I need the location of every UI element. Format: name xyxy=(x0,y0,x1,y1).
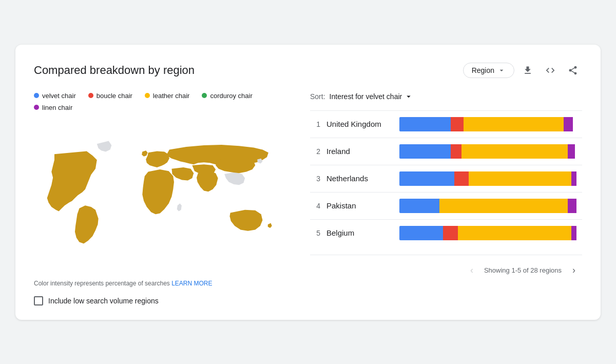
greenland-path xyxy=(97,141,112,151)
region-name: United Kingdom xyxy=(326,120,393,128)
low-volume-checkbox[interactable] xyxy=(34,296,43,305)
chevron-down-icon xyxy=(497,66,506,74)
low-volume-row: Include low search volume regions xyxy=(34,296,298,305)
download-button[interactable] xyxy=(518,61,537,80)
legend: velvet chairboucle chairleather chaircor… xyxy=(34,92,298,111)
legend-item: corduroy chair xyxy=(202,92,252,100)
legend-label: velvet chair xyxy=(42,92,76,100)
low-volume-label: Include low search volume regions xyxy=(48,297,159,305)
madagascar-path xyxy=(177,203,182,211)
region-row: 3 Netherlands xyxy=(310,165,582,192)
legend-label: boucle chair xyxy=(97,92,132,100)
sort-label: Sort: xyxy=(310,92,325,101)
uk-path xyxy=(142,150,147,156)
central-asia-path xyxy=(192,164,216,175)
bar-segment xyxy=(399,144,451,159)
bar-container xyxy=(399,117,582,131)
bar-segment xyxy=(439,199,567,213)
download-icon xyxy=(523,65,533,75)
legend-item: linen chair xyxy=(34,104,72,111)
region-name: Pakistan xyxy=(326,201,393,210)
bar-segment xyxy=(464,117,564,131)
north-america-path xyxy=(47,151,97,211)
region-row: 4 Pakistan xyxy=(310,192,582,219)
map-info-text: Color intensity represents percentage of… xyxy=(34,280,171,287)
pagination-text: Showing 1-5 of 28 regions xyxy=(484,266,562,274)
region-rank: 1 xyxy=(310,120,320,128)
legend-label: leather chair xyxy=(153,92,190,100)
bar-segment xyxy=(469,171,571,186)
bar-container xyxy=(399,199,582,213)
south-america-path xyxy=(75,205,99,243)
bar-segment xyxy=(399,171,454,186)
region-rank: 2 xyxy=(310,147,320,156)
share-button[interactable] xyxy=(564,61,582,80)
bar-segment xyxy=(458,226,571,240)
bar-segment xyxy=(564,117,573,131)
region-row: 5 Belgium xyxy=(310,219,582,246)
map-footer: Color intensity represents percentage of… xyxy=(34,280,298,287)
australia-path xyxy=(230,209,263,231)
bar-segment xyxy=(399,199,439,213)
region-button-label: Region xyxy=(472,66,494,74)
card-header: Compared breakdown by region Region xyxy=(34,61,582,80)
legend-item: velvet chair xyxy=(34,92,76,100)
learn-more-link[interactable]: LEARN MORE xyxy=(171,280,212,287)
pagination: ‹ Showing 1-5 of 28 regions › xyxy=(310,255,582,279)
card-title: Compared breakdown by region xyxy=(34,64,195,77)
sort-row: Sort: Interest for velvet chair xyxy=(310,92,582,101)
region-name: Netherlands xyxy=(326,174,393,183)
legend-dot xyxy=(34,105,39,110)
bar-segment xyxy=(568,199,577,213)
bar-segment xyxy=(571,171,577,186)
bar-segment xyxy=(571,226,577,240)
bar-container xyxy=(399,144,582,159)
legend-item: leather chair xyxy=(145,92,190,100)
sort-chevron-icon xyxy=(404,92,413,101)
next-page-button[interactable]: › xyxy=(566,262,582,279)
nz-path xyxy=(268,223,272,228)
bar-segment xyxy=(454,171,469,186)
legend-dot xyxy=(88,93,93,98)
bar-container xyxy=(399,171,582,186)
sort-value: Interest for velvet chair xyxy=(330,92,402,101)
legend-dot xyxy=(202,93,207,98)
bar-segment xyxy=(451,144,461,159)
region-rank: 3 xyxy=(310,175,320,183)
africa-path xyxy=(142,169,174,214)
share-icon xyxy=(568,65,578,75)
sea-path xyxy=(224,172,245,185)
left-panel: velvet chairboucle chairleather chaircor… xyxy=(34,92,298,305)
bar-segment xyxy=(399,226,443,240)
bar-segment xyxy=(451,117,464,131)
region-list: 1 United Kingdom 2 Ireland 3 Netherlands… xyxy=(310,110,582,246)
sort-dropdown[interactable]: Interest for velvet chair xyxy=(330,92,414,101)
header-actions: Region xyxy=(463,61,582,80)
world-map xyxy=(34,120,298,274)
legend-dot xyxy=(34,93,39,98)
legend-label: corduroy chair xyxy=(210,92,252,100)
region-rank: 5 xyxy=(310,229,320,237)
middle-east-path xyxy=(171,167,194,180)
prev-page-button[interactable]: ‹ xyxy=(464,262,480,279)
embed-icon xyxy=(545,65,555,75)
region-name: Ireland xyxy=(326,147,393,156)
bar-container xyxy=(399,226,582,240)
bar-segment xyxy=(443,226,457,240)
map-svg xyxy=(34,120,298,274)
region-row: 1 United Kingdom xyxy=(310,110,582,138)
legend-dot xyxy=(145,93,150,98)
legend-label: linen chair xyxy=(42,104,72,111)
main-card: Compared breakdown by region Region velv… xyxy=(15,45,601,320)
region-row: 2 Ireland xyxy=(310,138,582,165)
region-rank: 4 xyxy=(310,202,320,210)
embed-button[interactable] xyxy=(541,61,560,80)
bar-segment xyxy=(461,144,567,159)
right-panel: Sort: Interest for velvet chair 1 United… xyxy=(310,92,582,305)
legend-item: boucle chair xyxy=(88,92,132,100)
bar-segment xyxy=(568,144,575,159)
region-button[interactable]: Region xyxy=(463,63,514,78)
region-name: Belgium xyxy=(326,228,393,237)
main-content: velvet chairboucle chairleather chaircor… xyxy=(34,92,582,305)
europe-path xyxy=(146,151,169,167)
